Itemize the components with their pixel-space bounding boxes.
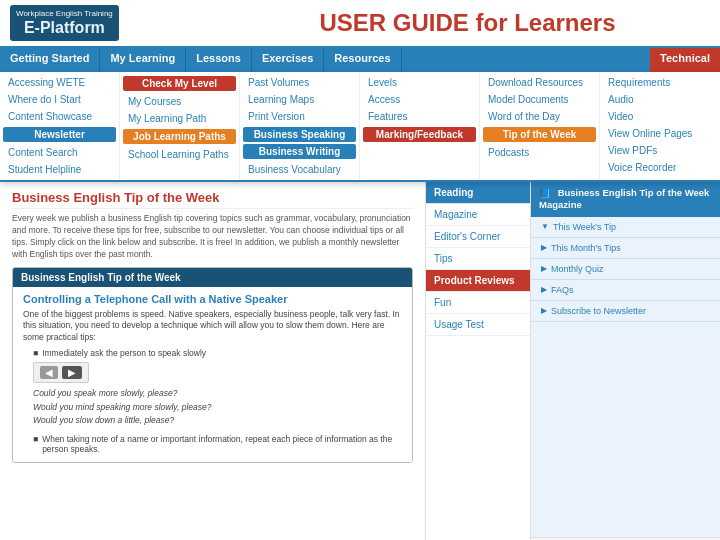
mega-item[interactable]: Levels [360, 74, 479, 91]
mega-item[interactable]: Model Documents [480, 91, 599, 108]
mega-item[interactable]: Content Search [0, 144, 119, 161]
mega-item-tip-week[interactable]: Tip of the Week [483, 127, 596, 142]
header: Workplace English Training E-Platform US… [0, 0, 720, 48]
navbar: Getting Started My Learning Lessons Exer… [0, 48, 720, 72]
lessons-usage-test[interactable]: Usage Test [426, 314, 530, 336]
tip-card-body: Controlling a Telephone Call with a Nati… [13, 287, 412, 462]
mega-item[interactable]: Word of the Day [480, 108, 599, 125]
main-area: Business English Tip of the Week Every w… [0, 182, 720, 540]
lessons-tips[interactable]: Tips [426, 248, 530, 270]
lessons-reading[interactable]: Reading [426, 182, 530, 204]
sidebar-menu: ▼ This Week's Tip ▶ This Month's Tips ▶ … [531, 217, 720, 537]
bullet-2: ■ When taking note of a name or importan… [33, 434, 402, 454]
lessons-fun[interactable]: Fun [426, 292, 530, 314]
mega-col-5: Download Resources Model Documents Word … [480, 72, 600, 180]
sidebar-menu-item-2[interactable]: ▶ Monthly Quiz [531, 259, 720, 280]
mega-menu: Accessing WETE Where do I Start Content … [0, 72, 720, 182]
sidebar-icon: 📘 [539, 187, 551, 198]
mega-item[interactable]: Student Helpline [0, 161, 119, 178]
chevron-right-icon: ▶ [541, 264, 547, 273]
mega-item-job-learning[interactable]: Job Learning Paths [123, 129, 236, 144]
chevron-right-icon: ▶ [541, 243, 547, 252]
mega-item[interactable]: Audio [600, 91, 720, 108]
page-title: USER GUIDE for Learners [225, 9, 710, 37]
lessons-magazine[interactable]: Magazine [426, 204, 530, 226]
mega-item[interactable]: Content Showcase [0, 108, 119, 125]
mega-item[interactable]: Accessing WETE [0, 74, 119, 91]
sidebar-menu-item-4[interactable]: ▶ Subscribe to Newsletter [531, 301, 720, 322]
mega-col-1: Accessing WETE Where do I Start Content … [0, 72, 120, 180]
right-sidebar: 📘 Business English Tip of the Week Magaz… [530, 182, 720, 540]
mega-item[interactable]: View PDFs [600, 142, 720, 159]
mega-item[interactable]: Past Volumes [240, 74, 359, 91]
script-line-1: Could you speak more slowly, please? [33, 387, 402, 401]
nav-technical[interactable]: Technical [650, 48, 720, 72]
mega-item[interactable]: View Online Pages [600, 125, 720, 142]
nav-lessons[interactable]: Lessons [186, 48, 252, 72]
mega-col-2: Check My Level My Courses My Learning Pa… [120, 72, 240, 180]
mega-item[interactable]: Learning Maps [240, 91, 359, 108]
mega-item[interactable]: School Learning Paths [120, 146, 239, 163]
content-left: Business English Tip of the Week Every w… [0, 182, 425, 540]
mega-item[interactable]: Access [360, 91, 479, 108]
mega-item[interactable]: Voice Recorder [600, 159, 720, 176]
sidebar-menu-item-3[interactable]: ▶ FAQs [531, 280, 720, 301]
chevron-right-icon: ▶ [541, 306, 547, 315]
mega-item-check-level[interactable]: Check My Level [123, 76, 236, 91]
mega-item[interactable]: Business Vocabulary [240, 161, 359, 178]
mega-item-business-writing[interactable]: Business Writing [243, 144, 356, 159]
lessons-product-reviews[interactable]: Product Reviews [426, 270, 530, 292]
logo-icon: Workplace English Training E-Platform [10, 5, 119, 42]
mega-item[interactable]: Where do I Start [0, 91, 119, 108]
mega-item[interactable]: Video [600, 108, 720, 125]
sidebar-menu-item-1[interactable]: ▶ This Month's Tips [531, 238, 720, 259]
mega-item[interactable]: My Courses [120, 93, 239, 110]
tip-card-title: Controlling a Telephone Call with a Nati… [23, 293, 402, 305]
nav-my-learning[interactable]: My Learning [100, 48, 186, 72]
mega-item[interactable]: Requirements [600, 74, 720, 91]
tip-card-header: Business English Tip of the Week [13, 268, 412, 287]
mega-item[interactable]: Print Version [240, 108, 359, 125]
mega-item-marking[interactable]: Marking/Feedback [363, 127, 476, 142]
mega-item[interactable]: Download Resources [480, 74, 599, 91]
logo-area: Workplace English Training E-Platform [10, 5, 225, 42]
nav-exercises[interactable]: Exercises [252, 48, 324, 72]
nav-getting-started[interactable]: Getting Started [0, 48, 100, 72]
audio-play-btn[interactable]: ▶ [62, 366, 82, 379]
tip-card: Business English Tip of the Week Control… [12, 267, 413, 463]
mega-item[interactable]: Features [360, 108, 479, 125]
mega-item-newsletter[interactable]: Newsletter [3, 127, 116, 142]
script-line-2: Would you mind speaking more slowly, ple… [33, 401, 402, 415]
mega-col-3: Past Volumes Learning Maps Print Version… [240, 72, 360, 180]
lessons-editors-corner[interactable]: Editor's Corner [426, 226, 530, 248]
audio-player: ◀ ▶ [33, 362, 89, 383]
mega-col-6: Requirements Audio Video View Online Pag… [600, 72, 720, 180]
script-line-3: Would you slow down a little, please? [33, 414, 402, 428]
mega-item[interactable]: My Learning Path [120, 110, 239, 127]
nav-resources[interactable]: Resources [324, 48, 401, 72]
lessons-column: Reading Magazine Editor's Corner Tips Pr… [425, 182, 530, 540]
audio-prev-btn[interactable]: ◀ [40, 366, 58, 379]
intro-text: Every week we publish a business English… [12, 213, 413, 261]
tip-card-text: One of the biggest problems is speed. Na… [23, 309, 402, 345]
sidebar-header: 📘 Business English Tip of the Week Magaz… [531, 182, 720, 217]
chevron-right-icon: ▶ [541, 285, 547, 294]
mega-item[interactable]: Podcasts [480, 144, 599, 161]
chevron-down-icon: ▼ [541, 222, 549, 231]
mega-col-4: Levels Access Features Marking/Feedback [360, 72, 480, 180]
sidebar-menu-item-0[interactable]: ▼ This Week's Tip [531, 217, 720, 238]
bullet-1: ■ Immediately ask the person to speak sl… [33, 348, 402, 358]
audio-script: Could you speak more slowly, please? Wou… [33, 387, 402, 428]
mega-item-business-speaking[interactable]: Business Speaking [243, 127, 356, 142]
business-tip-section-title: Business English Tip of the Week [12, 190, 413, 209]
